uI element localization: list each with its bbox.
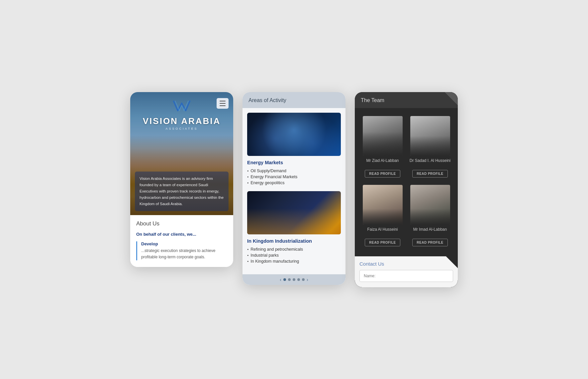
nav-dot-5[interactable] (302, 278, 305, 281)
develop-text: ...strategic execution strategies to ach… (141, 248, 227, 260)
list-item: Industrial parks (247, 252, 341, 258)
areas-bottom-nav: ‹ › (243, 274, 345, 285)
card-team: The Team Mr Ziad Al-Labban READ PROFILE … (355, 92, 458, 287)
nav-dot-1[interactable] (283, 278, 286, 281)
read-profile-imad-button[interactable]: READ PROFILE (412, 239, 447, 246)
card-vision-arabia: VISION ARABIA ASSOCIATES Vision Arabia A… (130, 92, 233, 267)
team-header-title: The Team (361, 97, 452, 103)
nav-dot-2[interactable] (288, 278, 291, 281)
hero-description-box: Vision Arabia Associates is an advisory … (135, 172, 229, 211)
avatar-imad (410, 185, 450, 225)
read-profile-faiza-button[interactable]: READ PROFILE (365, 239, 400, 246)
list-item: Energy geopolitics (247, 180, 341, 186)
industrialization-list: Refining and petrochemicals Industrial p… (247, 246, 341, 264)
member-name-faiza: Faiza Al Husseini (367, 227, 398, 237)
industrialization-image (247, 191, 341, 234)
energy-markets-list: Oil Supply/Demand Energy Financial Marke… (247, 168, 341, 186)
contact-name-input[interactable] (359, 270, 453, 282)
on-behalf-label: On behalf of our clients, we... (136, 232, 227, 237)
contact-section: Contact Us (355, 256, 458, 287)
areas-header: Areas of Activity (243, 92, 345, 108)
nav-dot-4[interactable] (297, 278, 300, 281)
avatar-sadad (410, 116, 450, 156)
hero-section: VISION ARABIA ASSOCIATES Vision Arabia A… (130, 92, 233, 215)
read-profile-ziad-button[interactable]: READ PROFILE (365, 170, 400, 178)
energy-markets-image (247, 113, 341, 156)
team-grid: Mr Ziad Al-Labban READ PROFILE Dr Sadad … (355, 108, 458, 256)
nav-dot-3[interactable] (293, 278, 295, 281)
areas-body: Energy Markets Oil Supply/Demand Energy … (243, 108, 345, 274)
vision-arabia-logo-icon (172, 98, 192, 115)
nav-chevron-left[interactable]: ‹ (280, 277, 281, 282)
list-item: Oil Supply/Demand (247, 168, 341, 174)
read-profile-sadad-button[interactable]: READ PROFILE (412, 170, 447, 178)
team-header: The Team (355, 92, 458, 108)
brand-name: VISION ARABIA (130, 116, 233, 126)
team-member-sadad: Dr Sadad I. Al Husseini READ PROFILE (406, 113, 454, 182)
brand-sub: ASSOCIATES (130, 127, 233, 130)
develop-title: Develop (141, 241, 227, 246)
list-item: In Kingdom manufacturing (247, 258, 341, 264)
main-container: VISION ARABIA ASSOCIATES Vision Arabia A… (117, 72, 471, 307)
contact-title: Contact Us (359, 261, 453, 267)
nav-chevron-right[interactable]: › (307, 277, 308, 282)
energy-markets-title: Energy Markets (247, 160, 341, 165)
member-name-imad: Mr Imad Al-Labban (413, 227, 447, 237)
avatar-faiza (363, 185, 403, 225)
member-name-ziad: Mr Ziad Al-Labban (366, 158, 399, 168)
card-areas-activity: Areas of Activity Energy Markets Oil Sup… (243, 92, 345, 285)
logo-area (130, 98, 233, 115)
develop-block: Develop ...strategic execution strategie… (136, 241, 227, 260)
member-name-sadad: Dr Sadad I. Al Husseini (410, 158, 450, 168)
brand-block: VISION ARABIA ASSOCIATES (130, 116, 233, 130)
about-title: About Us (136, 220, 227, 227)
team-member-faiza: Faiza Al Husseini READ PROFILE (359, 182, 406, 251)
areas-header-title: Areas of Activity (248, 97, 340, 103)
avatar-ziad (363, 116, 403, 156)
industrialization-title: In Kingdom Industrialization (247, 238, 341, 244)
team-member-imad: Mr Imad Al-Labban READ PROFILE (406, 182, 454, 251)
team-member-ziad: Mr Ziad Al-Labban READ PROFILE (359, 113, 406, 182)
list-item: Refining and petrochemicals (247, 246, 341, 252)
hero-description-text: Vision Arabia Associates is an advisory … (140, 176, 224, 207)
card1-body: About Us On behalf of our clients, we...… (130, 215, 233, 267)
list-item: Energy Financial Markets (247, 174, 341, 180)
